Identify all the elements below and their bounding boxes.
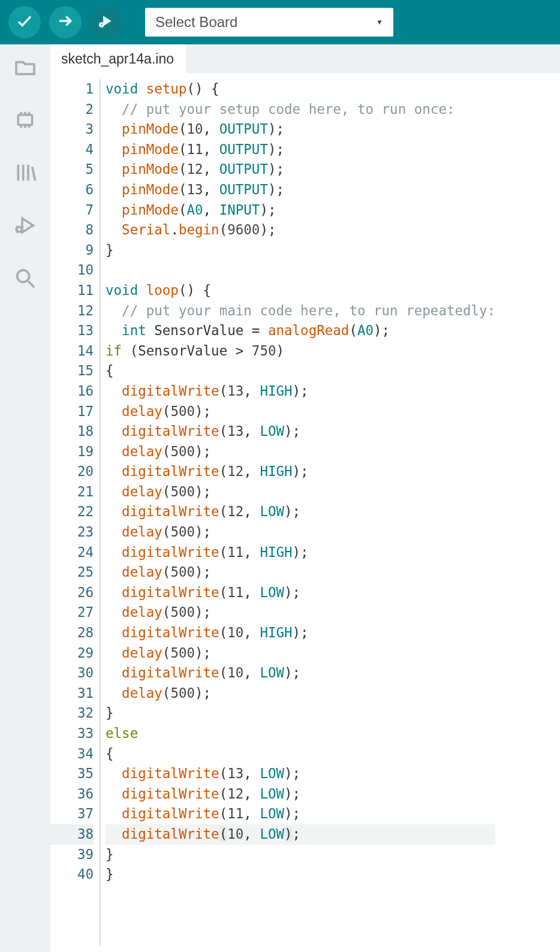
code-content[interactable]: void setup() { // put your setup code he…: [101, 73, 495, 952]
code-line[interactable]: pinMode(10, OUTPUT);: [106, 119, 495, 140]
code-line[interactable]: }: [106, 845, 495, 865]
code-line[interactable]: digitalWrite(11, LOW);: [106, 583, 495, 603]
line-number: 34: [50, 744, 94, 764]
debug-button[interactable]: [90, 6, 122, 38]
line-number: 23: [50, 522, 94, 543]
line-number: 38: [50, 824, 94, 845]
line-number: 33: [50, 724, 94, 744]
sidebar-board-manager[interactable]: [11, 107, 40, 135]
search-icon: [13, 266, 37, 293]
code-line[interactable]: Serial.begin(9600);: [106, 220, 495, 240]
line-number: 12: [50, 301, 94, 321]
line-number: 5: [50, 159, 94, 180]
line-number: 29: [50, 643, 94, 664]
chevron-down-icon: ▼: [376, 18, 383, 26]
svg-point-19: [17, 227, 22, 232]
code-line[interactable]: delay(500);: [106, 442, 495, 462]
tab-active[interactable]: sketch_apr14a.ino: [50, 44, 186, 73]
code-line[interactable]: // put your main code here, to run repea…: [106, 301, 495, 321]
line-number: 35: [50, 764, 94, 784]
library-icon: [13, 161, 37, 187]
line-number: 40: [50, 864, 94, 885]
code-line[interactable]: digitalWrite(12, LOW);: [106, 784, 495, 805]
code-line[interactable]: delay(500);: [106, 482, 495, 502]
code-line[interactable]: digitalWrite(10, LOW);: [106, 663, 495, 683]
code-line[interactable]: {: [106, 744, 495, 764]
line-number: 14: [50, 341, 94, 361]
toolbar: Select Board ▼: [0, 0, 560, 44]
line-number: 36: [50, 784, 94, 805]
code-line[interactable]: digitalWrite(10, LOW);: [106, 824, 495, 845]
line-number: 18: [50, 421, 94, 442]
board-select[interactable]: Select Board ▼: [145, 8, 393, 37]
code-line[interactable]: digitalWrite(11, LOW);: [106, 804, 495, 824]
line-number: 9: [50, 240, 94, 261]
code-line[interactable]: }: [106, 864, 495, 885]
code-line[interactable]: }: [106, 703, 495, 724]
code-line[interactable]: pinMode(12, OUTPUT);: [106, 159, 495, 180]
code-line[interactable]: int SensorValue = analogRead(A0);: [106, 321, 495, 341]
line-number: 25: [50, 562, 94, 583]
code-line[interactable]: {: [106, 361, 495, 381]
code-line[interactable]: digitalWrite(13, HIGH);: [106, 381, 495, 402]
line-number: 15: [50, 361, 94, 381]
code-line[interactable]: delay(500);: [106, 522, 495, 543]
code-line[interactable]: delay(500);: [106, 602, 495, 623]
line-number: 6: [50, 180, 94, 200]
code-line[interactable]: [106, 260, 495, 281]
svg-line-5: [100, 23, 100, 23]
verify-button[interactable]: [8, 6, 41, 38]
tabs: sketch_apr14a.ino: [50, 44, 560, 73]
code-line[interactable]: }: [106, 240, 495, 261]
line-number-gutter: 1234567891011121314151617181920212223242…: [50, 73, 100, 952]
svg-line-6: [100, 26, 100, 26]
line-number: 2: [50, 100, 94, 120]
code-line[interactable]: // put your setup code here, to run once…: [106, 100, 495, 120]
debug-play-icon: [97, 12, 115, 32]
line-number: 7: [50, 200, 94, 221]
line-number: 26: [50, 583, 94, 603]
sidebar-library-manager[interactable]: [11, 159, 40, 188]
code-line[interactable]: pinMode(A0, INPUT);: [106, 200, 495, 221]
line-number: 24: [50, 543, 94, 563]
code-line[interactable]: digitalWrite(13, LOW);: [106, 764, 495, 784]
code-line[interactable]: delay(500);: [106, 402, 495, 422]
line-number: 4: [50, 140, 94, 160]
code-line[interactable]: void setup() {: [106, 79, 495, 100]
chip-icon: [13, 108, 37, 134]
sidebar-folder[interactable]: [11, 54, 40, 83]
line-number: 32: [50, 703, 94, 724]
sidebar: [0, 44, 50, 952]
line-number: 30: [50, 663, 94, 683]
code-area[interactable]: 1234567891011121314151617181920212223242…: [50, 73, 560, 952]
sidebar-debug[interactable]: [11, 212, 40, 241]
code-line[interactable]: delay(500);: [106, 562, 495, 583]
line-number: 22: [50, 502, 94, 522]
code-line[interactable]: pinMode(13, OUTPUT);: [106, 180, 495, 200]
sidebar-search[interactable]: [11, 265, 40, 294]
code-line[interactable]: delay(500);: [106, 643, 495, 664]
svg-line-23: [16, 231, 17, 233]
line-number: 31: [50, 683, 94, 704]
code-line[interactable]: digitalWrite(11, HIGH);: [106, 543, 495, 563]
svg-line-25: [28, 281, 34, 287]
code-line[interactable]: void loop() {: [106, 281, 495, 301]
upload-button[interactable]: [49, 6, 82, 38]
code-line[interactable]: digitalWrite(10, HIGH);: [106, 623, 495, 643]
code-line[interactable]: digitalWrite(12, LOW);: [106, 502, 495, 522]
line-number: 20: [50, 462, 94, 482]
svg-point-24: [17, 270, 29, 282]
code-line[interactable]: if (SensorValue > 750): [106, 341, 495, 361]
editor-pane: sketch_apr14a.ino 1234567891011121314151…: [50, 44, 560, 952]
code-line[interactable]: else: [106, 724, 495, 744]
code-line[interactable]: pinMode(11, OUTPUT);: [106, 140, 495, 160]
line-number: 16: [50, 381, 94, 402]
line-number: 17: [50, 402, 94, 422]
tab-label: sketch_apr14a.ino: [61, 51, 174, 67]
code-line[interactable]: digitalWrite(12, HIGH);: [106, 462, 495, 482]
code-line[interactable]: delay(500);: [106, 683, 495, 704]
board-select-label: Select Board: [155, 14, 237, 31]
line-number: 8: [50, 220, 94, 240]
debug-icon: [13, 213, 37, 240]
code-line[interactable]: digitalWrite(13, LOW);: [106, 421, 495, 442]
